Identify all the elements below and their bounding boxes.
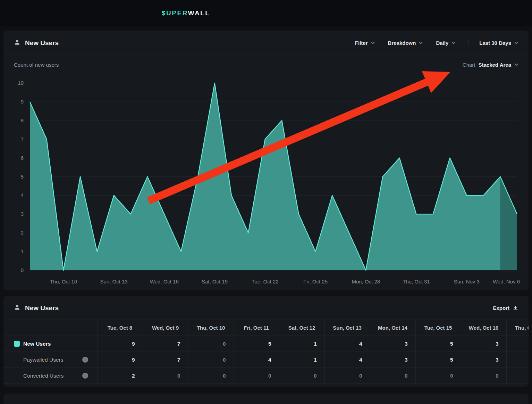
table-cell: 0 (188, 336, 234, 352)
table-cell: 3 (370, 336, 415, 352)
table-card-title: New Users (25, 304, 59, 312)
date-range-dropdown[interactable]: Last 30 Days (468, 40, 518, 46)
export-button[interactable]: Export (493, 305, 518, 311)
chart-card-title: New Users (25, 39, 59, 47)
logo-suffix: WALL (188, 9, 210, 17)
superwall-logo[interactable]: $UPERWALL (162, 9, 210, 17)
table-cell: 4 (234, 352, 279, 368)
x-tick-label: Mon, Oct 28 (352, 279, 380, 285)
table-cell: 0 (279, 368, 324, 384)
table-row: Converted Usersi200000000 (3, 368, 529, 384)
row-label-cell: Converted Usersi (3, 368, 97, 384)
date-range-label: Last 30 Days (479, 40, 511, 46)
table-card-header: New Users Export (3, 296, 529, 320)
table-cell: 4 (324, 352, 370, 368)
table-row: New Users970514353 (3, 336, 529, 352)
new-users-chart-card: New Users Filter Breakdown Daily Last 30… (3, 31, 529, 290)
x-tick-label: Thu, Oct 10 (50, 279, 77, 285)
column-header: Thu, Oct 10 (188, 320, 234, 336)
breakdown-label: Breakdown (388, 40, 416, 46)
column-header: Fri, Oct 11 (234, 320, 279, 336)
table-cell: 0 (324, 368, 370, 384)
y-tick-label: 5 (21, 174, 24, 180)
y-tick-label: 0 (21, 267, 24, 273)
chart-card-header: New Users Filter Breakdown Daily Last 30… (3, 31, 529, 55)
filter-label: Filter (355, 40, 368, 46)
row-label: Paywalled Users (23, 357, 63, 363)
logo-prefix: $UPER (162, 9, 188, 17)
table-cell: 7 (143, 336, 188, 352)
row-label-cell: Paywalled Usersi (3, 352, 97, 368)
column-header: Tue, Oct 8 (97, 320, 143, 336)
table-cell (506, 352, 529, 368)
row-label-cell: New Users (3, 336, 97, 352)
topbar: $UPERWALL (0, 0, 532, 26)
y-tick-label: 3 (21, 211, 24, 217)
x-tick-label: Sun, Oct 13 (100, 279, 127, 285)
data-table-wrap: Tue, Oct 8Wed, Oct 9Thu, Oct 10Fri, Oct … (3, 320, 529, 384)
chevron-down-icon (371, 42, 375, 44)
table-cell: 7 (143, 352, 188, 368)
table-cell: 0 (234, 368, 279, 384)
table-row: Paywalled Usersi970414353 (3, 352, 529, 368)
row-label: New Users (23, 341, 51, 347)
x-tick-label: Tue, Oct 22 (252, 279, 279, 285)
table-cell: 5 (234, 336, 279, 352)
table-cell: 0 (370, 368, 415, 384)
y-tick-label: 6 (21, 155, 24, 161)
data-table: Tue, Oct 8Wed, Oct 9Thu, Oct 10Fri, Oct … (3, 320, 529, 384)
table-cell: 9 (97, 352, 143, 368)
table-cell: 3 (370, 352, 415, 368)
chart-type-dropdown[interactable]: Chart Stacked Area (463, 62, 518, 68)
table-cell (506, 368, 529, 384)
table-cell: 1 (279, 336, 324, 352)
row-label: Converted Users (23, 373, 64, 379)
chart-type-label: Chart (463, 62, 475, 68)
chevron-down-icon (451, 42, 455, 44)
y-tick-label: 4 (21, 192, 24, 198)
person-icon (14, 304, 20, 312)
granularity-dropdown[interactable]: Daily (436, 40, 455, 46)
series-swatch (14, 341, 20, 347)
x-tick-label: Fri, Oct 25 (303, 279, 328, 285)
column-header: Tue, Oct 15 (415, 320, 461, 336)
x-tick-label: Sun, Nov 3 (454, 279, 480, 285)
info-icon[interactable]: i (82, 357, 88, 363)
x-tick-label: Thu, Oct 31 (403, 279, 430, 285)
column-header: Mon, Oct 14 (370, 320, 415, 336)
table-cell: 5 (415, 336, 461, 352)
table-cell: 0 (143, 368, 188, 384)
x-tick-label: Wed, Oct 16 (150, 279, 179, 285)
info-icon[interactable]: i (82, 373, 88, 379)
table-cell: 3 (461, 352, 506, 368)
y-tick-label: 9 (21, 99, 24, 105)
chart-controls: Filter Breakdown Daily Last 30 Days (355, 40, 518, 46)
swatch-spacer (14, 357, 20, 363)
y-tick-label: 1 (21, 248, 24, 254)
breakdown-dropdown[interactable]: Breakdown (388, 40, 423, 46)
chart-subtitle: Count of new users (14, 62, 59, 68)
x-tick-label: Sat, Oct 19 (202, 279, 228, 285)
table-cell: 0 (461, 368, 506, 384)
table-cell: 5 (415, 352, 461, 368)
filter-dropdown[interactable]: Filter (355, 40, 375, 46)
table-cell: 9 (97, 336, 143, 352)
y-tick-label: 8 (21, 117, 24, 123)
table-cell: 3 (461, 336, 506, 352)
chevron-down-icon (514, 42, 518, 44)
column-header: Sun, Oct 13 (324, 320, 370, 336)
y-tick-label: 10 (18, 80, 24, 86)
table-cell: 0 (415, 368, 461, 384)
new-users-table-card: New Users Export Tue, Oct 8Wed, Oct 9Thu… (3, 296, 529, 387)
table-cell (506, 336, 529, 352)
y-tick-label: 7 (21, 136, 24, 142)
column-header: Wed, Oct 16 (461, 320, 506, 336)
chart-type-value: Stacked Area (479, 62, 512, 68)
person-icon (14, 39, 20, 47)
table-cell: 0 (188, 352, 234, 368)
table-cell: 2 (97, 368, 143, 384)
table-cell: 0 (188, 368, 234, 384)
column-header: Wed, Oct 9 (143, 320, 188, 336)
y-tick-label: 2 (21, 230, 24, 236)
export-label: Export (493, 305, 509, 311)
